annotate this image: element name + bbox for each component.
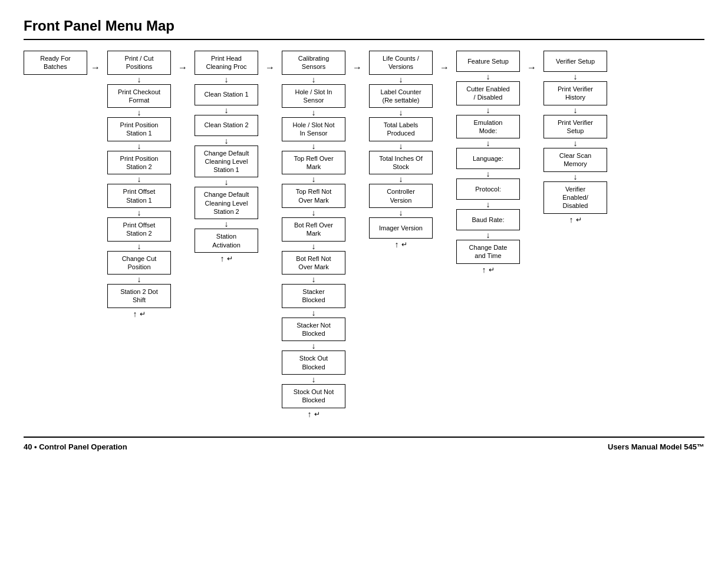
arrow-down: ↓: [312, 342, 316, 350]
box-print-offset-1: Print OffsetStation 1: [107, 184, 171, 208]
arrow-down: ↓: [312, 309, 316, 317]
arrow-down: ↓: [312, 209, 316, 217]
box-station-activation: StationActivation: [195, 229, 258, 253]
return: ↵: [489, 266, 495, 274]
arrow-down: ↓: [312, 275, 316, 283]
connector-1: →: [174, 51, 191, 73]
box-bot-refl-over: Bot Refl OverMark: [282, 217, 345, 242]
arrow-up: ↑: [395, 240, 399, 249]
arrow-down: ↓: [225, 106, 229, 114]
arrow-down: ↓: [574, 106, 578, 114]
arrow-up: ↑: [308, 410, 312, 418]
arrow-down: ↓: [137, 275, 141, 283]
box-change-default-2: Change DefaultCleaning LevelStation 2: [195, 187, 258, 219]
arrow-up: ↑: [482, 266, 486, 274]
box-clean-2: Clean Station 2: [195, 115, 258, 136]
arrow-right-4: →: [440, 62, 449, 73]
box-print-checkout: Print CheckoutFormat: [107, 84, 171, 108]
box-print-pos-1: Print PositionStation 1: [107, 117, 171, 141]
arrow-down: ↓: [225, 75, 229, 84]
box-protocol: Protocol:: [456, 178, 520, 200]
connector-4: →: [436, 51, 453, 73]
arrow-right-2: →: [265, 62, 275, 73]
box-bot-refl-not: Bot Refl NotOver Mark: [282, 251, 345, 275]
connector-0: →: [87, 51, 104, 73]
arrow-down: ↓: [574, 72, 578, 81]
box-clean-1: Clean Station 1: [195, 84, 258, 105]
box-language: Language:: [456, 148, 520, 169]
box-change-default-1: Change DefaultCleaning LevelStation 1: [195, 146, 258, 178]
return: ↵: [314, 410, 320, 418]
footer-left: 40 • Control Panel Operation: [24, 442, 127, 451]
col-ready: Ready ForBatches: [24, 51, 87, 75]
arrow-down: ↓: [486, 200, 490, 209]
arrow-down: ↓: [486, 139, 490, 147]
box-verifier-enabled: VerifierEnabled/Disabled: [543, 181, 607, 214]
arrow-down: ↓: [137, 75, 141, 84]
box-ready: Ready ForBatches: [24, 51, 87, 75]
box-print-pos-2: Print PositionStation 2: [107, 151, 171, 175]
return: ↵: [227, 254, 233, 263]
arrow-right-1: →: [178, 62, 187, 73]
arrow-down: ↓: [312, 175, 316, 183]
box-total-inches: Total Inches OfStock: [369, 151, 433, 175]
box-baud-rate: Baud Rate:: [456, 209, 520, 230]
box-total-labels: Total LabelsProduced: [369, 117, 433, 141]
box-print-head: Print HeadCleaning Proc: [195, 51, 258, 75]
menu-map: Ready ForBatches → Print / CutPositions …: [24, 51, 704, 419]
arrow-down: ↓: [312, 108, 316, 117]
arrow-right-3: →: [353, 62, 362, 73]
arrow-down: ↓: [486, 170, 490, 178]
arrow-up: ↑: [133, 310, 137, 318]
box-calibrating: CalibratingSensors: [282, 51, 345, 75]
col-print-cut: Print / CutPositions ↓ Print CheckoutFor…: [104, 51, 174, 319]
page-title: Front Panel Menu Map: [24, 18, 704, 40]
arrow-down: ↓: [574, 173, 578, 181]
arrow-down: ↓: [399, 108, 403, 117]
box-print-verifier-history: Print VerifierHistory: [543, 81, 607, 105]
arrow-down: ↓: [312, 242, 316, 250]
box-stacker-blocked: StackerBlocked: [282, 284, 345, 308]
up-return-5: ↑ ↵: [482, 265, 495, 275]
arrow-right-5: →: [527, 62, 536, 73]
box-print-cut: Print / CutPositions: [107, 51, 171, 75]
arrow-down: ↓: [399, 75, 403, 84]
up-return-4: ↑ ↵: [395, 240, 407, 249]
arrow-down: ↓: [137, 175, 141, 183]
arrow-down: ↓: [137, 142, 141, 150]
return: ↵: [576, 216, 582, 224]
arrow-up: ↑: [220, 254, 225, 263]
box-emulation: EmulationMode:: [456, 115, 520, 139]
arrow-down: ↓: [486, 231, 490, 239]
box-change-cut: Change CutPosition: [107, 251, 171, 275]
box-stacker-not: Stacker NotBlocked: [282, 318, 345, 342]
box-print-offset-2: Print OffsetStation 2: [107, 217, 171, 242]
box-hole-slot-in: Hole / Slot InSensor: [282, 84, 345, 108]
up-return-3: ↑ ↵: [308, 409, 320, 419]
arrow-down: ↓: [137, 108, 141, 117]
arrow-right-0: →: [91, 62, 100, 73]
box-label-counter: Label Counter(Re settable): [369, 84, 433, 108]
footer: 40 • Control Panel Operation Users Manua…: [24, 437, 704, 451]
up-return-6: ↑ ↵: [569, 215, 582, 224]
connector-2: →: [262, 51, 278, 73]
return: ↵: [401, 240, 407, 249]
box-clear-scan: Clear ScanMemory: [543, 148, 607, 172]
box-top-refl-over: Top Refl OverMark: [282, 151, 345, 175]
col-life-counts: Life Counts /Versions ↓ Label Counter(Re…: [365, 51, 436, 249]
arrow-down: ↓: [312, 142, 316, 150]
arrow-down: ↓: [312, 375, 316, 384]
box-stock-out: Stock OutBlocked: [282, 351, 345, 375]
box-controller-version: ControllerVersion: [369, 184, 433, 208]
box-change-date: Change Dateand Time: [456, 240, 520, 264]
arrow-down: ↓: [399, 142, 403, 150]
arrow-down: ↓: [312, 75, 316, 84]
footer-right: Users Manual Model 545™: [608, 442, 704, 451]
arrow-down: ↓: [399, 209, 403, 217]
box-stock-out-not: Stock Out NotBlocked: [282, 384, 345, 408]
box-hole-slot-not: Hole / Slot NotIn Sensor: [282, 117, 345, 141]
connector-5: →: [523, 51, 540, 73]
col-verifier-setup: Verifier Setup ↓ Print VerifierHistory ↓…: [540, 51, 611, 224]
arrow-down: ↓: [225, 137, 229, 145]
arrow-up: ↑: [569, 216, 574, 224]
